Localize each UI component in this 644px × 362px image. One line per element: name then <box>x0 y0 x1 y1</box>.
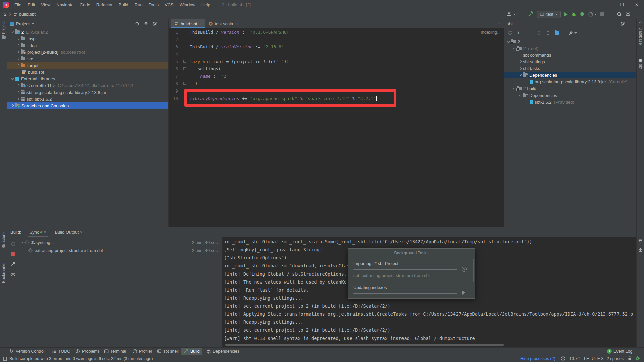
sbt-tree-row-2-build[interactable]: 2-build <box>504 85 636 92</box>
sbt-tree-row-dependencies-build[interactable]: Dependencies <box>504 92 636 99</box>
menu-tools[interactable]: Tools <box>146 0 162 9</box>
close-tab-icon[interactable]: × <box>80 230 83 235</box>
tree-row-sbt-162[interactable]: sbt: sbt-1.6.2 <box>7 96 168 102</box>
chevron-down-icon[interactable] <box>519 93 522 96</box>
search-everywhere-icon[interactable] <box>616 12 622 17</box>
background-process-clock-icon[interactable] <box>560 356 566 361</box>
caret-position[interactable]: 10:72 <box>569 355 580 362</box>
collapse-all-icon[interactable] <box>144 21 148 26</box>
run-button[interactable] <box>564 12 568 16</box>
horizontal-scrollbar[interactable] <box>225 344 504 346</box>
toolwindow-problems[interactable]: Problems <box>75 348 100 355</box>
toolwindow-dependencies[interactable]: Dependencies <box>206 348 239 355</box>
stripe-project-button[interactable]: Project <box>0 21 7 39</box>
menu-code[interactable]: Code <box>77 0 93 9</box>
menu-navigate[interactable]: Navigate <box>53 0 76 9</box>
rerun-icon[interactable] <box>11 242 16 247</box>
chevron-right-icon[interactable] <box>519 60 522 63</box>
chevron-right-icon[interactable] <box>519 54 522 56</box>
attach-project-plus-icon[interactable]: + <box>517 31 520 35</box>
tab-test-scala[interactable]: test.scala × <box>205 19 241 28</box>
tree-row-external-libraries[interactable]: External Libraries <box>7 75 168 82</box>
chevron-right-icon[interactable] <box>17 44 19 47</box>
chevron-right-icon[interactable] <box>17 51 19 53</box>
debug-button[interactable] <box>571 12 576 17</box>
status-message-area[interactable]: Build completed with 3 errors and 0 warn… <box>3 355 153 362</box>
panel-options-gear-icon[interactable] <box>620 21 625 26</box>
coverage-button[interactable] <box>580 12 585 17</box>
code-line-6[interactable]: .settings( <box>190 65 221 73</box>
soft-wrap-icon[interactable] <box>638 238 643 243</box>
close-tab-icon[interactable]: × <box>236 21 238 26</box>
colorful-play-icon[interactable] <box>634 12 639 17</box>
popup-minimize-icon[interactable]: — <box>467 250 471 255</box>
panel-options-gear-icon[interactable] <box>152 21 157 26</box>
chevron-right-icon[interactable] <box>17 37 19 40</box>
chevron-right-icon[interactable] <box>17 57 19 60</box>
background-tasks-titlebar[interactable]: Background Tasks — <box>348 249 475 257</box>
group-modules-icon[interactable] <box>555 31 559 35</box>
toolwindow-todo[interactable]: TODO <box>52 348 70 355</box>
menu-view[interactable]: View <box>38 0 53 9</box>
chevron-down-icon[interactable] <box>11 30 14 33</box>
settings-notification-gear-icon[interactable] <box>635 356 640 361</box>
hide-processes-link[interactable]: Hide processes (2) <box>520 355 555 362</box>
stop-button[interactable] <box>600 12 604 16</box>
line-separator-indicator[interactable]: LF <box>584 355 589 362</box>
event-log-button[interactable]: 1 Event Log <box>607 348 632 355</box>
chevron-right-icon[interactable] <box>17 64 19 67</box>
sbt-tree-row-2[interactable]: 2 <box>504 38 636 45</box>
sync-row-extract[interactable]: extracting project structure from sbt 2 … <box>19 246 222 254</box>
menu-refactor[interactable]: Refactor <box>93 0 116 9</box>
resume-task-icon[interactable] <box>462 291 465 295</box>
code-line-5[interactable]: lazy val root = (project in file(".")) <box>190 58 289 65</box>
reload-sbt-projects-icon[interactable] <box>507 30 513 35</box>
menu-vcs[interactable]: VCS <box>162 0 177 9</box>
chevron-right-icon[interactable] <box>17 98 19 100</box>
menu-help[interactable]: Help <box>198 0 213 9</box>
stripe-database-button[interactable]: Database <box>637 21 644 45</box>
toolwindow-version-control[interactable]: Version Control <box>9 348 44 355</box>
menu-edit[interactable]: Edit <box>24 0 38 9</box>
code-line-1[interactable]: ThisBuild / version := "0.1.0-SNAPSHOT" <box>190 28 292 36</box>
project-panel-title[interactable]: Project <box>16 21 30 26</box>
tree-row-scala-library[interactable]: sbt: org.scala-lang:scala-library:2.13.8… <box>7 89 168 96</box>
build-hammer-icon[interactable] <box>528 11 534 17</box>
close-tab-icon[interactable]: × <box>200 21 202 26</box>
sbt-tree-row-tasks[interactable]: sbt tasks <box>504 65 636 72</box>
tree-row-project-root[interactable]: 2 D:\Scalar\2 <box>7 28 168 35</box>
run-configuration-select[interactable]: test <box>537 11 561 18</box>
breadcrumb-file[interactable]: build.sbt <box>19 12 35 17</box>
sbt-tree-row-scala-library[interactable]: org.scala-lang:scala-library:2.13.8:jar … <box>504 78 636 85</box>
indent-indicator[interactable]: 2 spaces <box>607 355 624 362</box>
code-line-3[interactable]: ThisBuild / scalaVersion := "2.13.8" <box>190 43 284 51</box>
stripe-bookmarks-button[interactable]: Bookmarks <box>0 263 7 283</box>
hide-panel-icon[interactable]: — <box>161 21 166 26</box>
tree-row-target[interactable]: target <box>7 62 168 69</box>
settings-gear-icon[interactable] <box>625 12 631 17</box>
close-tab-icon[interactable]: × <box>44 230 46 235</box>
tree-row-build-sbt[interactable]: build.sbt <box>7 69 168 75</box>
sbt-tree-row-sbt-162[interactable]: sbt-1.6.2 (Provided) <box>504 99 636 105</box>
fold-marker-icon[interactable] <box>183 67 186 70</box>
project-view-caret-icon[interactable] <box>32 23 34 24</box>
sbt-tree-row-2-root[interactable]: 2 (root) <box>504 45 636 52</box>
detach-project-minus-icon[interactable]: − <box>524 31 527 35</box>
expand-all-icon[interactable] <box>537 31 541 35</box>
tree-row-project-build[interactable]: project [2-build] sources root <box>7 49 168 55</box>
tree-row-src[interactable]: src <box>7 55 168 62</box>
code-line-8[interactable]: ) <box>190 80 197 87</box>
readonly-lock-icon[interactable] <box>627 356 632 361</box>
sync-row-root[interactable]: 2: syncing... 2 min, 40 sec <box>19 238 222 246</box>
tree-row-scratches[interactable]: Scratches and Consoles <box>7 102 168 109</box>
toolwindow-sbt-shell[interactable]: sbt shell <box>157 348 179 355</box>
toolwindow-terminal[interactable]: Terminal <box>104 348 126 355</box>
editor-options-dots-icon[interactable] <box>497 21 501 26</box>
chevron-right-icon[interactable] <box>17 91 19 94</box>
sbt-settings-wrench-icon[interactable] <box>569 31 577 35</box>
sbt-tree-row-commands[interactable]: sbt commands <box>504 52 636 58</box>
menu-file[interactable]: File <box>11 0 24 9</box>
pin-tab-icon[interactable] <box>11 261 16 266</box>
popup-scrollbar[interactable] <box>473 259 474 282</box>
window-minimize-button[interactable]: — <box>600 0 614 9</box>
